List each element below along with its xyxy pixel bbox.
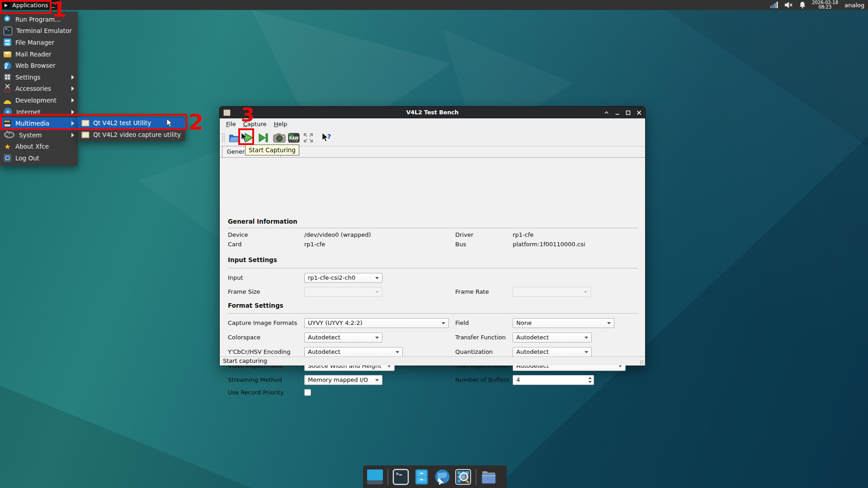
raw-buffer-button[interactable]: RAW [288,131,300,144]
web-browser-icon [4,62,11,70]
folder-icon[interactable] [481,469,497,485]
application-finder-icon[interactable] [455,469,472,485]
use-record-priority-checkbox[interactable] [304,389,311,396]
field-value: rp1-cfe [513,230,533,240]
field-combobox[interactable]: None [513,318,614,328]
transfer-function-combobox[interactable]: Autodetect [513,333,592,343]
menu-item-file-manager[interactable]: File Manager [0,37,78,48]
ycbcr-hsv-encoding-combobox[interactable]: Autodetect [304,347,403,357]
resize-frame-button[interactable] [302,131,315,144]
clock-time: 08:23 [812,5,838,9]
snapshot-button[interactable] [273,131,286,144]
status-text: Start capturing [223,357,267,364]
field-value: rp1-cfe [304,239,325,249]
annotation-number-3: 3 [241,104,254,126]
field-label: Input [228,273,243,283]
file-manager-icon[interactable] [413,469,430,485]
submenu-arrow-icon [71,86,74,91]
capture-step-icon [258,132,269,143]
minimize-button[interactable] [615,110,620,115]
svg-text:>: > [396,471,399,476]
bottom-dock: > [363,465,507,488]
resize-grip[interactable] [640,360,644,365]
field-label: Number of Buffers [455,375,509,385]
menu-item-log-out[interactable]: Log Out [0,152,78,164]
field-value: /dev/video0 (wrapped) [304,230,371,240]
menu-item-label: Terminal Emulator [16,27,72,34]
file-manager-icon [4,38,11,46]
capture-image-formats-combobox[interactable]: UYVY (UYVY 4:2:2) [304,318,449,328]
menu-item-about-xfce[interactable]: ★ About Xfce [0,141,78,153]
combobox-value: Autodetect [516,333,549,342]
streaming-method-combobox[interactable]: Memory mapped I/O [304,375,382,385]
field-label: Driver [455,230,473,240]
web-browser-icon[interactable] [434,469,451,485]
development-icon [4,96,11,104]
section-format-settings: Format Settings [228,302,283,309]
mail-icon [4,52,11,57]
menu-item-system[interactable]: System [0,129,78,141]
field-value: platform:1f00110000.csi [513,239,585,249]
accessories-icon [4,85,11,93]
resize-arrows-icon [303,132,314,143]
toolbar-drag-handle[interactable] [222,133,225,143]
number-of-buffers-spinbox[interactable]: 4 [513,375,594,385]
menu-item-label: About Xfce [15,143,49,150]
settings-icon [4,73,11,81]
combobox-value: Autodetect [516,347,549,357]
panel-clock[interactable]: 2026-02-18 08:23 [812,0,838,9]
shade-window-button[interactable] [604,110,609,115]
menu-item-accessories[interactable]: Accessories [0,83,78,95]
dock-separator [387,469,388,485]
menu-item-development[interactable]: Development [0,94,78,106]
field-label: Frame Rate [455,287,489,297]
mouse-cursor-black [241,133,249,142]
combobox-value: Autodetect [308,333,340,342]
submenu-item-qt-v4l2-video-capture-utility[interactable]: Qt V4L2 video capture utility [78,129,185,141]
chevron-down-icon [584,291,587,293]
annotation-box-multimedia-submenu [0,114,187,130]
menu-item-label: Accessories [15,85,51,92]
menu-item-settings[interactable]: Settings [0,71,78,83]
menu-file[interactable]: File [223,120,239,128]
annotation-box-applications [0,0,52,14]
section-divider [228,313,638,314]
menu-item-mail-reader[interactable]: Mail Reader [0,48,78,60]
chevron-down-icon [442,322,445,324]
menu-item-label: Log Out [15,155,39,162]
window-titlebar[interactable]: V4L2 Test Bench [220,107,645,118]
menu-item-web-browser[interactable]: Web Browser [0,60,78,71]
capture-step-button[interactable] [257,131,269,144]
combobox-value: Autodetect [308,347,340,357]
show-desktop-icon[interactable] [367,469,383,485]
maximize-button[interactable] [626,110,631,115]
close-button[interactable] [637,110,642,115]
whats-this-icon: ? [321,132,332,143]
whats-this-button[interactable]: ? [320,131,333,144]
menu-item-terminal-emulator[interactable]: Terminal Emulator [0,25,78,37]
spin-down-icon[interactable] [588,381,592,383]
menu-help[interactable]: Help [270,120,290,128]
network-signal-icon[interactable] [770,2,778,8]
svg-text:?: ? [327,133,331,140]
applications-menu: Run Program... Terminal Emulator File Ma… [0,12,78,166]
window-title: V4L2 Test Bench [220,109,645,116]
field-label: Use Record Priority [228,388,284,398]
system-icon [4,131,14,138]
terminal-icon[interactable]: > [392,469,409,485]
notifications-bell-icon[interactable] [799,2,806,9]
spin-up-icon[interactable] [588,377,592,379]
input-combobox[interactable]: rp1-cfe-csi2-ch0 [304,273,382,283]
window-controls [604,107,642,118]
window-toolbar: RAW ? [220,129,645,146]
chevron-down-icon [375,337,379,339]
chevron-down-icon [585,351,588,353]
volume-muted-icon[interactable] [785,2,793,8]
quantization-combobox[interactable]: Autodetect [513,347,592,357]
menu-item-run-program[interactable]: Run Program... [0,14,78,25]
chevron-down-icon [375,291,379,293]
menu-item-label: Mail Reader [15,51,52,58]
colorspace-combobox[interactable]: Autodetect [304,333,382,343]
terminal-icon [4,27,12,35]
section-input-settings: Input Settings [228,256,277,263]
